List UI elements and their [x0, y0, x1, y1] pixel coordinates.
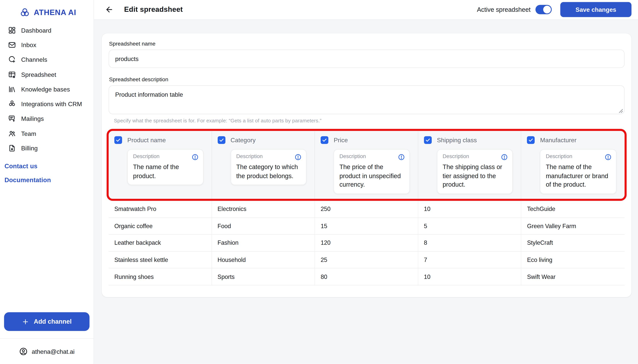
- column-header-product-name: Product name Description The name of the…: [109, 131, 212, 199]
- table-row: Leather backpack Fashion 120 8 StyleCraf…: [109, 235, 624, 252]
- cell-product-name: Leather backpack: [109, 235, 212, 251]
- column-checkbox[interactable]: [527, 136, 535, 144]
- column-description-text: The price of the product in unspecified …: [339, 163, 405, 189]
- sidebar-item-label: Team: [21, 130, 36, 137]
- page-title: Edit spreadsheet: [124, 6, 183, 14]
- cell-price: 120: [315, 235, 418, 251]
- sidebar-nav: Dashboard Inbox Channels: [0, 23, 94, 156]
- column-checkbox[interactable]: [114, 136, 122, 144]
- inbox-icon: [8, 41, 16, 49]
- sidebar-item-inbox[interactable]: Inbox: [0, 38, 94, 52]
- dashboard-icon: [8, 26, 16, 34]
- info-icon[interactable]: [501, 154, 508, 160]
- column-title: Category: [231, 137, 256, 144]
- cell-manufacturer: Swift Wear: [521, 268, 624, 285]
- description-field-label: Description: [339, 153, 366, 160]
- spreadsheet-card: Spreadsheet name Spreadsheet description…: [102, 34, 632, 297]
- highlighted-column-header-row: Product name Description The name of the…: [107, 129, 626, 201]
- cell-category: Sports: [212, 268, 315, 285]
- sidebar-item-knowledge-bases[interactable]: Knowledge bases: [0, 82, 94, 96]
- add-channel-button[interactable]: Add channel: [4, 312, 89, 331]
- sidebar-item-label: Inbox: [21, 42, 36, 48]
- info-icon[interactable]: [191, 154, 198, 160]
- hexagons-icon: [8, 100, 16, 108]
- description-hint: Specify what the spreadsheet is for. For…: [114, 118, 625, 124]
- sidebar-item-mailings[interactable]: Mailings: [0, 111, 94, 126]
- description-field-label: Description: [443, 153, 469, 160]
- column-description-card[interactable]: Description The category to which the pr…: [231, 149, 306, 185]
- description-field-wrap: Product information table: [109, 85, 624, 116]
- topbar: Edit spreadsheet Active spreadsheet Save…: [94, 0, 638, 20]
- info-icon[interactable]: [604, 154, 611, 160]
- table-row: Stainless steel kettle Household 25 7 Ec…: [109, 252, 624, 268]
- sidebar-item-label: Integrations with CRM: [21, 100, 82, 108]
- spreadsheet-name-input[interactable]: [109, 50, 624, 68]
- sidebar-item-label: Mailings: [21, 115, 44, 122]
- info-icon[interactable]: [295, 154, 302, 160]
- column-header-category: Category Description The category to whi…: [212, 131, 315, 199]
- cell-manufacturer: Eco living: [521, 252, 624, 268]
- sidebar-item-spreadsheet[interactable]: Spreadsheet: [0, 67, 94, 82]
- sidebar-item-integrations-crm[interactable]: Integrations with CRM: [0, 96, 94, 111]
- save-changes-button[interactable]: Save changes: [560, 2, 632, 17]
- column-header-price: Price Description The price of the produ…: [315, 131, 418, 199]
- sidebar-item-label: Billing: [21, 145, 38, 152]
- column-title: Product name: [127, 137, 166, 144]
- column-title: Price: [334, 137, 348, 144]
- info-icon[interactable]: [398, 154, 405, 160]
- chat-plus-icon: [8, 56, 16, 64]
- account-row[interactable]: athena@chat.ai: [0, 338, 94, 364]
- cell-shipping-class: 10: [418, 201, 521, 218]
- column-description-card[interactable]: Description The name of the manufacturer…: [540, 149, 616, 194]
- active-spreadsheet-label: Active spreadsheet: [477, 6, 531, 13]
- documentation-link[interactable]: Documentation: [5, 176, 94, 184]
- column-checkbox[interactable]: [424, 136, 432, 144]
- cell-manufacturer: StyleCraft: [521, 235, 624, 251]
- column-description-card[interactable]: Description The name of the product.: [127, 149, 203, 185]
- cell-product-name: Smatrwatch Pro: [109, 201, 212, 218]
- sidebar-item-label: Knowledge bases: [21, 86, 70, 93]
- cell-category: Household: [212, 252, 315, 268]
- resize-handle-icon[interactable]: [618, 108, 623, 113]
- spreadsheet-name-label: Spreadsheet name: [109, 41, 625, 47]
- topbar-right: Active spreadsheet Save changes: [477, 2, 631, 17]
- column-description-text: The category to which the product belong…: [236, 163, 301, 180]
- active-spreadsheet-toggle[interactable]: [535, 5, 552, 14]
- sidebar-item-label: Dashboard: [21, 27, 52, 34]
- app-window: ATHENA AI Dashboard Inbox: [0, 0, 638, 364]
- spreadsheet-description-input[interactable]: Product information table: [109, 85, 624, 114]
- library-icon: [8, 85, 16, 93]
- contact-us-link[interactable]: Contact us: [5, 162, 94, 170]
- users-icon: [8, 130, 16, 137]
- invoice-icon: [8, 144, 16, 152]
- cell-price: 250: [315, 201, 418, 218]
- column-checkbox[interactable]: [217, 136, 225, 144]
- cell-price: 15: [315, 218, 418, 234]
- table-row: Running shoes Sports 80 10 Swift Wear: [109, 268, 624, 286]
- cell-manufacturer: TechGuide: [521, 201, 624, 218]
- column-description-card[interactable]: Description The price of the product in …: [334, 149, 410, 194]
- toggle-knob: [543, 6, 551, 14]
- cell-category: Electronics: [212, 201, 315, 218]
- sidebar-item-team[interactable]: Team: [0, 126, 94, 141]
- sidebar-item-channels[interactable]: Channels: [0, 52, 94, 67]
- cell-shipping-class: 7: [418, 252, 521, 268]
- column-checkbox[interactable]: [321, 136, 328, 144]
- account-email: athena@chat.ai: [32, 348, 75, 355]
- sidebar-item-dashboard[interactable]: Dashboard: [0, 23, 94, 38]
- table-row: Organic coffee Food 15 5 Green Valley Fa…: [109, 218, 624, 235]
- sidebar-spacer: [0, 190, 94, 312]
- sidebar-item-billing[interactable]: Billing: [0, 141, 94, 156]
- sidebar-item-label: Channels: [21, 56, 47, 63]
- cell-shipping-class: 8: [418, 235, 521, 251]
- back-button[interactable]: [105, 6, 113, 14]
- brand-logo[interactable]: ATHENA AI: [0, 0, 94, 20]
- column-description-card[interactable]: Description The shipping class or tier a…: [437, 149, 513, 194]
- column-title: Manufacturer: [540, 137, 576, 144]
- cell-price: 80: [315, 268, 418, 285]
- column-description-text: The name of the manufacturer or brand of…: [546, 163, 611, 189]
- message-send-icon: [8, 115, 16, 122]
- cell-shipping-class: 10: [418, 268, 521, 285]
- plus-icon: [22, 318, 29, 325]
- description-field-label: Description: [546, 153, 572, 160]
